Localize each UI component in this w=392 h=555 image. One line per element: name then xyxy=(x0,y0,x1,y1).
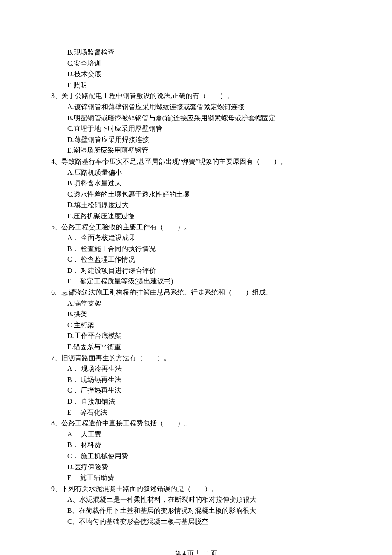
option-item: C.主桁架 xyxy=(51,320,341,331)
question-text: 6、悬臂浇筑法施工刚构桥的挂篮由悬吊系统、行走系统和（ ）组成。 xyxy=(51,287,341,298)
option-item: D． 直接加铺法 xyxy=(51,396,341,407)
option-item: E． 施工辅助费 xyxy=(51,472,341,483)
question-text: 3、关于公路配电工程中钢管敷设的说法,正确的有（ ）。 xyxy=(51,90,341,101)
option-item: D.医疗保险费 xyxy=(51,462,341,473)
option-item: B.现场监督检查 xyxy=(51,47,341,58)
option-item: D． 对建设项目进行综合评价 xyxy=(51,265,341,276)
page-footer: 第 4 页 共 11 页 xyxy=(51,548,341,555)
option-item: A、水泥混凝土是一种柔性材料，在断裂时的相对拉伸变形很大 xyxy=(51,494,341,505)
option-item: B.填料含水量过大 xyxy=(51,178,341,189)
option-item: C.直埋于地下时应采用厚壁钢管 xyxy=(51,123,341,134)
option-item: E.压路机碾压速度过慢 xyxy=(51,211,341,222)
option-item: D.薄壁钢管应采用焊接连接 xyxy=(51,134,341,145)
option-item: D.填土松铺厚度过大 xyxy=(51,199,341,211)
option-item: A.满堂支架 xyxy=(51,298,341,309)
question-text: 7、旧沥青路面再生的方法有（ ）。 xyxy=(51,353,341,364)
option-item: A.压路机质量偏小 xyxy=(51,167,341,178)
option-item: D.工作平台底模架 xyxy=(51,330,341,341)
option-item: B． 现场热再生法 xyxy=(51,374,341,385)
option-item: D.技术交底 xyxy=(51,69,341,80)
option-item: B.拱架 xyxy=(51,309,341,320)
option-item: A． 现场冷再生法 xyxy=(51,363,341,374)
option-item: A.镀锌钢管和薄壁钢管应采用螺纹连接或套管紧定螺钉连接 xyxy=(51,101,341,113)
option-item: E． 碎石化法 xyxy=(51,407,341,418)
option-item: C、不均匀的基础变形会使混凝土板与基层脱空 xyxy=(51,516,341,527)
option-item: C.安全培训 xyxy=(51,58,341,69)
option-item: B、在荷载作用下土基和基层的变形情况对混凝土板的影响很大 xyxy=(51,505,341,516)
option-item: E． 确定工程质量等级(提出建议书) xyxy=(51,276,341,287)
option-item: C． 施工机械使用费 xyxy=(51,451,341,462)
option-item: B.明配钢管或暗挖被锌钢管与盒(箱)连接应采用锁紧螺母或护套帽固定 xyxy=(51,113,341,124)
option-item: A． 全面考核建设成果 xyxy=(51,232,341,243)
option-item: B． 材料费 xyxy=(51,439,341,451)
question-text: 4、导致路基行车带压实不足,甚至局部出现“弹簧”现象的主要原因有（ ）。 xyxy=(51,156,341,167)
option-item: C.透水性差的土壤包裹于透水性好的土壤 xyxy=(51,189,341,200)
option-item: E.照明 xyxy=(51,80,341,91)
option-item: E.潮湿场所应采用薄壁钢管 xyxy=(51,145,341,156)
option-item: E.锚固系与平衡重 xyxy=(51,341,341,353)
option-item: B． 检查施工合同的执行情况 xyxy=(51,243,341,254)
question-text: 9、下列有关水泥混凝土路面的叙述错误的是（ ）。 xyxy=(51,483,341,494)
option-item: C． 检查监理工作情况 xyxy=(51,254,341,265)
option-item: A． 人工费 xyxy=(51,429,341,440)
question-text: 5、公路工程交工验收的主要工作有（ ）。 xyxy=(51,222,341,233)
question-text: 8、公路工程造价中直接工程费包括（ ）。 xyxy=(51,418,341,429)
option-item: C． 厂拌热再生法 xyxy=(51,385,341,396)
